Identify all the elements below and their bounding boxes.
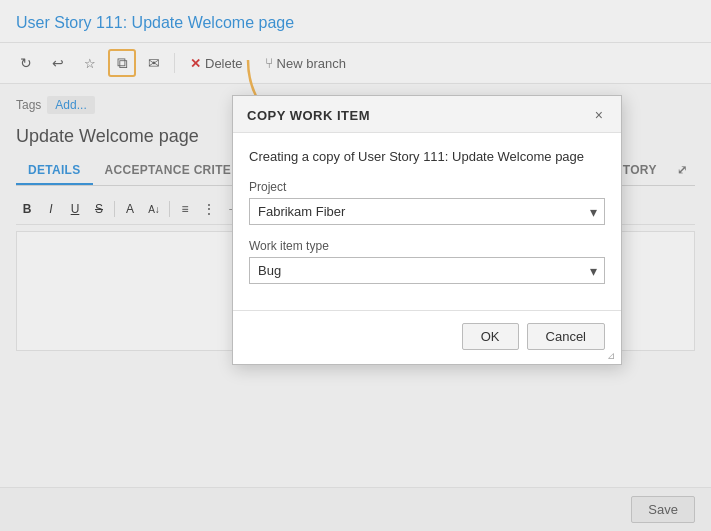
modal-title: COPY WORK ITEM (247, 108, 370, 123)
modal-close-button[interactable]: × (591, 106, 607, 124)
work-item-type-form-group: Work item type Bug Task User Story Featu… (249, 239, 605, 284)
modal-footer: OK Cancel (233, 310, 621, 364)
modal-body: Creating a copy of User Story 111: Updat… (233, 133, 621, 310)
work-item-type-select[interactable]: Bug Task User Story Feature (249, 257, 605, 284)
modal-overlay: COPY WORK ITEM × Creating a copy of User… (0, 0, 711, 531)
cancel-button[interactable]: Cancel (527, 323, 605, 350)
work-item-type-label: Work item type (249, 239, 605, 253)
project-select-wrapper: Fabrikam Fiber Project Alpha Project Bet… (249, 198, 605, 225)
project-label: Project (249, 180, 605, 194)
copy-work-item-modal: COPY WORK ITEM × Creating a copy of User… (232, 95, 622, 365)
project-select[interactable]: Fabrikam Fiber Project Alpha Project Bet… (249, 198, 605, 225)
modal-description: Creating a copy of User Story 111: Updat… (249, 149, 605, 164)
modal-header: COPY WORK ITEM × (233, 96, 621, 133)
project-form-group: Project Fabrikam Fiber Project Alpha Pro… (249, 180, 605, 225)
ok-button[interactable]: OK (462, 323, 519, 350)
resize-handle[interactable]: ⊿ (607, 351, 617, 361)
work-item-type-select-wrapper: Bug Task User Story Feature (249, 257, 605, 284)
